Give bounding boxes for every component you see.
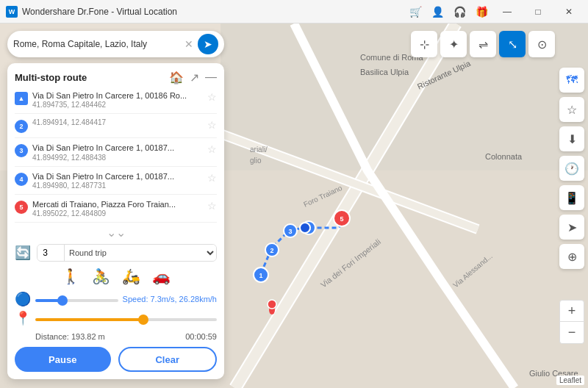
stop-coords-4: 41.894980, 12.487731 bbox=[32, 182, 203, 190]
multi-stop-tool-button[interactable]: ⤡ bbox=[499, 31, 526, 57]
bike-icon[interactable]: 🚴 bbox=[92, 267, 110, 285]
time-label: 00:00:59 bbox=[185, 332, 217, 341]
star-icon-5[interactable]: ☆ bbox=[207, 200, 217, 212]
minimize-button[interactable]: — bbox=[494, 0, 520, 24]
speed-label: Speed: 7.3m/s, 26.28km/h bbox=[123, 295, 217, 303]
stop-address-3: Via Di San Pietro In Carcere 1, 00187... bbox=[32, 143, 203, 153]
stop-address-4: Via Di San Pietro In Carcere 1, 00187... bbox=[32, 171, 203, 182]
round-count-field[interactable] bbox=[37, 245, 64, 261]
route-panel: Multi-stop route 🏠 ↗ — ▲ Via Di San Piet… bbox=[7, 63, 224, 379]
dist-time-labels: Distance: 193.82 m 00:00:59 bbox=[15, 332, 217, 341]
stop-address-1: Via Di San Pietro In Carcere 1, 00186 Ro… bbox=[32, 90, 203, 101]
speed-slider[interactable] bbox=[35, 299, 118, 302]
close-button[interactable]: ✕ bbox=[556, 0, 582, 24]
collapse-icon[interactable]: — bbox=[205, 71, 217, 85]
round-trip-select[interactable]: Round trip bbox=[64, 245, 216, 261]
app-title: Wondershare Dr.Fone - Virtual Location bbox=[22, 7, 403, 17]
walk-icon[interactable]: 🚶 bbox=[62, 267, 80, 285]
svg-text:2: 2 bbox=[270, 247, 273, 254]
stop-coords-5: 41.895022, 12.484809 bbox=[32, 209, 203, 218]
panel-actions: 🏠 ↗ — bbox=[169, 71, 217, 85]
export-icon[interactable]: ↗ bbox=[190, 71, 199, 85]
bottom-action-buttons: Pause Clear bbox=[15, 347, 217, 372]
speedometer-icon: 🔵 bbox=[15, 291, 31, 307]
history-button[interactable]: 🕐 bbox=[559, 156, 584, 181]
stop-dot-5: 5 bbox=[15, 201, 28, 214]
svg-text:ariali/: ariali/ bbox=[250, 146, 268, 154]
headset-icon[interactable]: 🎧 bbox=[451, 4, 467, 20]
speed-slider-wrap bbox=[35, 294, 118, 304]
star-icon-4[interactable]: ☆ bbox=[207, 172, 217, 184]
round-icon: 🔄 bbox=[15, 245, 31, 261]
stop-dot-3: 3 bbox=[15, 144, 28, 157]
expand-stops-icon[interactable]: ⌄⌄ bbox=[15, 226, 217, 240]
distance-slider-wrap bbox=[35, 313, 217, 323]
svg-text:Basilica Ulpia: Basilica Ulpia bbox=[360, 68, 409, 76]
clear-button[interactable]: Clear bbox=[118, 347, 218, 372]
search-clear-icon[interactable]: ✕ bbox=[184, 38, 193, 50]
search-input[interactable] bbox=[13, 39, 184, 49]
route-stop-5: 5 Mercati di Traiano, Piazza Foro Traian… bbox=[15, 199, 217, 223]
stop-coords-2: 41.894914, 12.484417 bbox=[32, 118, 203, 126]
bookmark-button[interactable]: ☆ bbox=[559, 97, 584, 122]
route-stop-3: 3 Via Di San Pietro In Carcere 1, 00187.… bbox=[15, 143, 217, 166]
download-button[interactable]: ⬇ bbox=[559, 126, 584, 151]
top-right-toolbar: ⊹ ✦ ⇌ ⤡ ⊙ bbox=[411, 31, 555, 57]
leaflet-badge: Leaflet bbox=[556, 376, 584, 385]
user-icon[interactable]: 👤 bbox=[429, 4, 445, 20]
round-trip-controls: 🔄 Round trip bbox=[15, 244, 217, 262]
zoom-out-button[interactable]: − bbox=[559, 322, 584, 344]
device-button[interactable]: 📱 bbox=[559, 185, 584, 210]
stop-dot-4: 4 bbox=[15, 173, 28, 186]
distance-row: 📍 Distance: 193.82 m 00:00:59 bbox=[15, 310, 217, 341]
speed-slider-row: 🔵 Speed: 7.3m/s, 26.28km/h bbox=[15, 291, 217, 307]
stop-address-5: Mercati di Traiano, Piazza Foro Traian..… bbox=[32, 199, 203, 209]
svg-text:3: 3 bbox=[288, 228, 292, 235]
zoom-controls: + − bbox=[559, 300, 584, 344]
google-maps-button[interactable]: 🗺 bbox=[559, 68, 584, 93]
panel-header: Multi-stop route 🏠 ↗ — bbox=[15, 71, 217, 85]
scooter-icon[interactable]: 🛵 bbox=[122, 267, 140, 285]
stop-coords-3: 41.894992, 12.488438 bbox=[32, 154, 203, 162]
star-icon-1[interactable]: ☆ bbox=[207, 91, 217, 103]
car-icon[interactable]: 🚗 bbox=[152, 267, 171, 285]
app-icon: W bbox=[6, 6, 18, 18]
gift-icon[interactable]: 🎁 bbox=[473, 4, 490, 20]
settings-tool-button[interactable]: ⊙ bbox=[528, 31, 555, 57]
teleport-tool-button[interactable]: ✦ bbox=[440, 31, 467, 57]
search-bar[interactable]: ✕ ➤ bbox=[7, 31, 224, 57]
stop-coords-1: 41.894735, 12.484462 bbox=[32, 101, 203, 109]
route-tool-button[interactable]: ⇌ bbox=[470, 31, 496, 57]
location-center-button[interactable]: ⊕ bbox=[559, 244, 584, 269]
cart-icon[interactable]: 🛒 bbox=[407, 4, 423, 20]
stop-info-1: Via Di San Pietro In Carcere 1, 00186 Ro… bbox=[32, 90, 203, 109]
speed-mode-selector: 🚶 🚴 🛵 🚗 bbox=[15, 265, 217, 288]
stop-info-2: 41.894914, 12.484417 bbox=[32, 118, 203, 126]
save-icon[interactable]: 🏠 bbox=[169, 71, 184, 85]
zoom-in-button[interactable]: + bbox=[559, 300, 584, 322]
maximize-button[interactable]: □ bbox=[525, 0, 551, 24]
stop-info-4: Via Di San Pietro In Carcere 1, 00187...… bbox=[32, 171, 203, 190]
star-icon-3[interactable]: ☆ bbox=[207, 143, 217, 155]
round-count-input[interactable]: Round trip bbox=[37, 244, 217, 262]
distance-slider[interactable] bbox=[35, 318, 217, 321]
distance-label: Distance: 193.82 m bbox=[35, 332, 105, 341]
right-side-panel: 🗺 ☆ ⬇ 🕐 📱 ➤ ⊕ bbox=[559, 68, 584, 269]
move-tool-button[interactable]: ⊹ bbox=[411, 31, 437, 57]
svg-text:5: 5 bbox=[340, 215, 343, 223]
main-content: 1 2 3 4 5 Foro Traiano Via dei Fori Impe… bbox=[0, 24, 588, 388]
stop-dot-2: 2 bbox=[15, 120, 28, 133]
svg-text:1: 1 bbox=[259, 272, 262, 279]
star-icon-2[interactable]: ☆ bbox=[207, 119, 217, 131]
stop-info-5: Mercati di Traiano, Piazza Foro Traian..… bbox=[32, 199, 203, 218]
distance-pin-icon: 📍 bbox=[15, 310, 31, 326]
route-stop-1: ▲ Via Di San Pietro In Carcere 1, 00186 … bbox=[15, 90, 217, 114]
title-icons: 🛒 👤 🎧 🎁 bbox=[407, 4, 490, 20]
svg-point-13 bbox=[300, 223, 310, 233]
search-go-button[interactable]: ➤ bbox=[198, 34, 218, 54]
route-stop-4: 4 Via Di San Pietro In Carcere 1, 00187.… bbox=[15, 171, 217, 195]
svg-text:Colonnata: Colonnata bbox=[485, 152, 523, 161]
stop-info-3: Via Di San Pietro In Carcere 1, 00187...… bbox=[32, 143, 203, 161]
pause-button[interactable]: Pause bbox=[15, 347, 111, 372]
compass-button[interactable]: ➤ bbox=[559, 215, 584, 240]
